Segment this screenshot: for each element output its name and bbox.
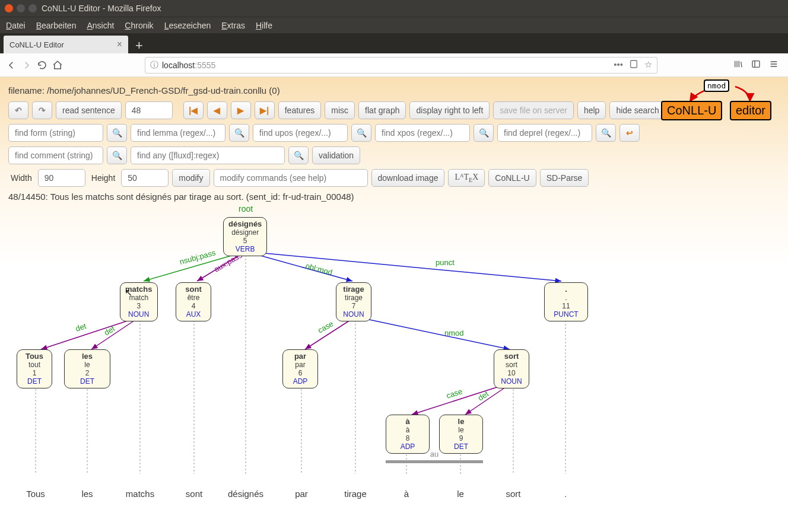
flat-graph-button[interactable]: flat graph [358, 101, 406, 119]
token: désignés [228, 489, 263, 499]
back-icon[interactable] [6, 60, 17, 71]
menu-chronik[interactable]: Chronik [125, 21, 153, 30]
token: les [81, 489, 93, 499]
browser-tabbar: CoNLL-U Editor × + [0, 33, 788, 53]
site-info-icon[interactable]: ⓘ [150, 60, 158, 71]
menu-icon[interactable] [769, 59, 779, 71]
node-2[interactable]: lesle2DET [64, 349, 110, 388]
svg-text:case: case [445, 387, 463, 400]
validation-button[interactable]: validation [312, 146, 360, 164]
token: le [457, 489, 464, 499]
menu-bearbeiten[interactable]: Bearbeiten [36, 21, 77, 30]
find-upos-input[interactable] [253, 124, 348, 142]
node-1[interactable]: Toustout1DET [17, 349, 52, 388]
next-button[interactable]: ▶ [231, 101, 251, 119]
logo-nmod: nmod [704, 79, 729, 92]
search-xpos-button[interactable]: 🔍 [474, 124, 494, 142]
bookmark-icon[interactable]: ☆ [644, 59, 652, 71]
menu-extras[interactable]: Extras [221, 21, 245, 30]
node-8[interactable]: àà8ADP [386, 415, 430, 454]
prev-button[interactable]: ◀ [207, 101, 227, 119]
node-7[interactable]: tiragetirage7NOUN [336, 282, 371, 321]
dependency-tree[interactable]: root n [8, 204, 602, 489]
download-image-button[interactable]: download image [371, 169, 445, 187]
find-form-input[interactable] [8, 124, 103, 142]
features-button[interactable]: features [278, 101, 322, 119]
search-lemma-button[interactable]: 🔍 [229, 124, 249, 142]
svg-text:nmod: nmod [444, 329, 464, 337]
node-11[interactable]: ..11PUNCT [544, 282, 588, 321]
sidebar-icon[interactable] [751, 59, 761, 71]
search-comment-button[interactable]: 🔍 [107, 146, 127, 164]
logo-editor: editor [730, 101, 771, 120]
library-icon[interactable] [733, 59, 743, 71]
width-input[interactable] [38, 169, 85, 187]
svg-line-22 [41, 317, 140, 349]
mouse-cursor-icon: ↖ [125, 287, 132, 298]
tab-close-icon[interactable]: × [117, 39, 122, 50]
window-titlebar: CoNLL-U Editor - Mozilla Firefox [0, 0, 788, 17]
hide-search-button[interactable]: hide search [609, 101, 665, 119]
window-maximize-icon[interactable] [28, 4, 37, 12]
svg-text:case: case [316, 319, 335, 335]
app-logo: nmod CoNLL-U editor [661, 79, 774, 121]
url-bar[interactable]: ⓘ localhost:5555 ••• ☆ [145, 57, 657, 74]
find-comment-input[interactable] [8, 146, 103, 164]
menu-ansicht[interactable]: Ansicht [87, 21, 114, 30]
logo-conllu: CoNLL-U [661, 101, 722, 120]
sdparse-button[interactable]: SD-Parse [540, 169, 589, 187]
search-upos-button[interactable]: 🔍 [351, 124, 371, 142]
token: tirage [344, 489, 367, 499]
window-minimize-icon[interactable] [17, 4, 25, 12]
find-any-input[interactable] [131, 146, 285, 164]
find-deprel-input[interactable] [497, 124, 592, 142]
menu-hilfe[interactable]: Hilfe [256, 21, 272, 30]
save-file-button[interactable]: save file on server [493, 101, 574, 119]
mwt-bar [386, 460, 483, 463]
modify-button[interactable]: modify [172, 169, 209, 187]
token: matchs [126, 489, 154, 499]
search-form-button[interactable]: 🔍 [107, 124, 127, 142]
mwt-label: au [386, 450, 483, 458]
token: par [295, 489, 308, 499]
search-deprel-button[interactable]: 🔍 [596, 124, 616, 142]
browser-menubar: Datei Bearbeiten Ansicht Chronik Lesezei… [0, 17, 788, 33]
first-button[interactable]: |◀ [183, 101, 204, 119]
read-sentence-button[interactable]: read sentence [56, 101, 122, 119]
node-10[interactable]: sortsort10NOUN [494, 349, 529, 388]
svg-rect-1 [752, 61, 760, 68]
svg-text:punct: punct [436, 258, 455, 267]
undo-button[interactable]: ↶ [8, 101, 28, 119]
more-icon[interactable]: ••• [614, 59, 623, 71]
misc-button[interactable]: misc [325, 101, 355, 119]
menu-datei[interactable]: Datei [6, 21, 26, 30]
sentence-number-input[interactable] [125, 101, 173, 119]
reload-icon[interactable] [37, 60, 47, 71]
node-5[interactable]: désignésdésigner5VERB [223, 217, 267, 256]
find-lemma-input[interactable] [131, 124, 225, 142]
reader-icon[interactable] [629, 59, 638, 71]
redo-button[interactable]: ↷ [32, 101, 52, 119]
last-button[interactable]: ▶| [255, 101, 275, 119]
height-input[interactable] [121, 169, 169, 187]
node-6[interactable]: parpar6ADP [282, 349, 318, 388]
browser-tab[interactable]: CoNLL-U Editor × [4, 36, 128, 53]
token: à [404, 489, 409, 499]
node-9[interactable]: lele9DET [439, 415, 483, 454]
conllu-button[interactable]: CoNLL-U [488, 169, 536, 187]
help-button[interactable]: help [577, 101, 606, 119]
latex-button[interactable]: LATEX [448, 169, 485, 187]
display-rtl-button[interactable]: display right to left [409, 101, 490, 119]
node-4[interactable]: sontêtre4AUX [176, 282, 211, 321]
menu-lesezeichen[interactable]: Lesezeichen [164, 21, 211, 30]
modify-commands-input[interactable] [214, 169, 368, 187]
svg-line-28 [355, 317, 510, 349]
window-close-icon[interactable] [5, 4, 13, 12]
search-back-button[interactable]: ↩ [619, 124, 640, 142]
new-tab-button[interactable]: + [128, 38, 150, 53]
token: . [564, 489, 567, 499]
browser-navbar: ⓘ localhost:5555 ••• ☆ [0, 53, 788, 77]
search-any-button[interactable]: 🔍 [288, 146, 309, 164]
find-xpos-input[interactable] [375, 124, 470, 142]
home-icon[interactable] [52, 60, 63, 71]
